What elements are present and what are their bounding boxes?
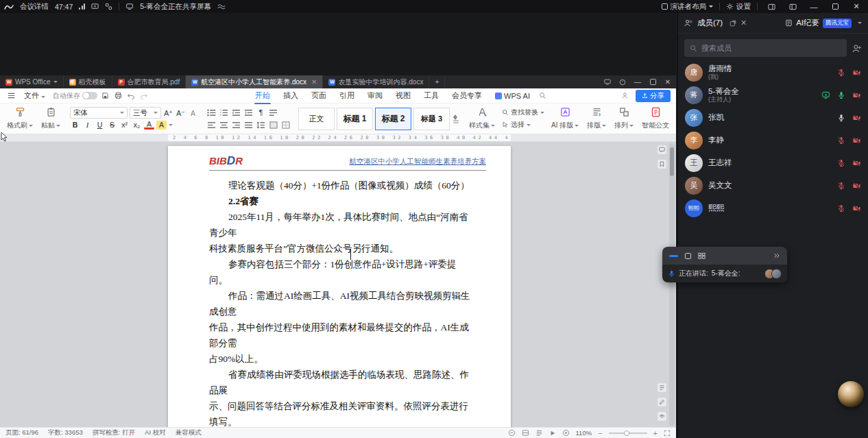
mic-off-icon[interactable]: [837, 182, 845, 190]
style-heading2[interactable]: 标题 2: [375, 108, 411, 130]
style-heading1[interactable]: 标题 1: [337, 108, 373, 130]
spellcheck-status[interactable]: 拼写检查: 打开: [93, 428, 135, 437]
more-font-options-icon[interactable]: [169, 124, 173, 126]
menu-wps-ai[interactable]: WPS AI: [490, 90, 535, 101]
vertical-scrollbar[interactable]: [669, 143, 675, 426]
collapse-widget-icon[interactable]: [773, 252, 780, 259]
pen-tool-icon[interactable]: [657, 397, 667, 407]
ai-typeset-button[interactable]: AI 排版: [547, 105, 583, 132]
play-view-icon[interactable]: [549, 430, 556, 437]
close-tab-icon[interactable]: ✕: [311, 78, 317, 86]
minimize-widget-icon[interactable]: [669, 255, 678, 257]
justify-icon[interactable]: [243, 119, 254, 130]
eye-tool-icon[interactable]: [657, 411, 667, 422]
document-page[interactable]: BIBDR 航空港区中小学人工智能师生素养培养方案 理论客观题（40分）+1份作…: [168, 146, 511, 427]
zoom-in-button[interactable]: +: [653, 429, 658, 437]
close-button[interactable]: ✕: [849, 0, 864, 13]
tab-docer-templates[interactable]: 稻 稻壳模板: [64, 75, 112, 88]
toc-tool-icon[interactable]: [657, 382, 667, 393]
decrease-font-icon[interactable]: A⁻: [176, 108, 186, 119]
member-row[interactable]: 李 李静: [678, 129, 868, 151]
collapse-panel-icon[interactable]: [858, 22, 862, 24]
view-mode-2-icon[interactable]: [522, 429, 529, 437]
paragraph-mark-icon[interactable]: ¶: [256, 107, 266, 118]
select-button[interactable]: 选择: [502, 120, 544, 130]
new-tab-button[interactable]: +: [429, 75, 445, 88]
autosave-toggle[interactable]: [82, 92, 97, 99]
bullet-list-icon[interactable]: [206, 107, 217, 118]
line-spacing-icon[interactable]: [256, 119, 266, 130]
wps-maximize-button[interactable]: [646, 75, 660, 88]
menu-reference[interactable]: 引用: [334, 89, 360, 102]
hamburger-icon[interactable]: [5, 90, 16, 101]
increase-font-icon[interactable]: A⁺: [163, 108, 173, 119]
menu-page[interactable]: 页面: [306, 89, 332, 102]
settings-button[interactable]: 设置: [726, 2, 751, 12]
undo-icon[interactable]: [125, 90, 136, 101]
tab-document-2[interactable]: W 农垦实验中学培训内容.docx: [323, 75, 429, 88]
redo-icon[interactable]: [138, 90, 149, 101]
mic-off-icon[interactable]: [837, 136, 845, 145]
camera-off-icon[interactable]: [852, 204, 861, 212]
numbered-list-icon[interactable]: [219, 107, 229, 118]
maximize-button[interactable]: [828, 0, 843, 13]
typeset-button[interactable]: 排版: [583, 105, 610, 132]
paste-button[interactable]: 粘贴: [37, 105, 64, 132]
minimize-button[interactable]: —: [806, 0, 821, 13]
tab-active-document[interactable]: W 航空港区中小学人工智能素养.docx ✕: [186, 75, 323, 88]
font-color-button[interactable]: A: [144, 121, 154, 130]
panel-toggle-icon[interactable]: [764, 0, 779, 13]
share-screen-icon[interactable]: [91, 3, 99, 10]
indent-icon[interactable]: [243, 107, 254, 118]
outdent-icon[interactable]: [231, 107, 241, 118]
member-row[interactable]: 蒋 5-蒋会全(主持人): [678, 84, 868, 106]
camera-off-icon[interactable]: [852, 114, 861, 122]
search-icon[interactable]: [538, 90, 548, 101]
window-view-icon[interactable]: [685, 253, 691, 259]
ai-notes-tab[interactable]: AI纪要: [796, 18, 819, 28]
skin-icon[interactable]: [616, 75, 629, 88]
zoom-level[interactable]: 110%: [576, 429, 592, 437]
member-row[interactable]: 张 张凯: [678, 106, 868, 129]
font-name-select[interactable]: 宋体: [70, 107, 128, 119]
member-row[interactable]: 熙熙 熙熙: [678, 197, 868, 219]
style-normal[interactable]: 正文: [298, 108, 335, 130]
collaborator-icon[interactable]: [619, 90, 630, 101]
align-left-icon[interactable]: [206, 119, 217, 130]
mic-off-icon[interactable]: [837, 204, 845, 212]
zoom-slider-knob[interactable]: [624, 430, 629, 436]
comment-tool-icon[interactable]: [657, 145, 667, 155]
camera-off-icon[interactable]: [852, 182, 861, 190]
search-members-input[interactable]: [701, 44, 841, 52]
font-size-select[interactable]: 三号: [130, 107, 161, 119]
wps-close-button[interactable]: ✕: [661, 75, 675, 88]
zoom-slider[interactable]: [609, 433, 647, 434]
clear-format-icon[interactable]: A: [188, 108, 198, 119]
align-right-icon[interactable]: [231, 119, 241, 130]
style-set-button[interactable]: 样式集: [465, 105, 499, 132]
mic-on-icon[interactable]: [837, 91, 845, 99]
network-icon[interactable]: [105, 3, 112, 10]
yuanbao-assistant-sphere[interactable]: [838, 381, 864, 407]
scrollbar-thumb[interactable]: [670, 147, 674, 176]
wps-minimize-button[interactable]: —: [631, 75, 644, 88]
fit-page-icon[interactable]: [562, 429, 570, 437]
menu-view[interactable]: 视图: [390, 89, 416, 102]
grid-view-icon[interactable]: [698, 252, 706, 259]
view-mode-3-icon[interactable]: [535, 429, 543, 437]
search-box[interactable]: [684, 39, 847, 57]
sidebar-toggle-icon[interactable]: [785, 0, 800, 13]
menu-home[interactable]: 开始: [250, 89, 276, 102]
ai-proof-status[interactable]: AI 校对: [145, 428, 166, 437]
meeting-details-button[interactable]: 会议详情: [20, 2, 49, 12]
tab-wps-home[interactable]: W WPS Office: [0, 75, 64, 88]
share-button[interactable]: 分享: [636, 90, 671, 102]
border-icon[interactable]: [280, 119, 291, 130]
mic-off-icon[interactable]: [837, 159, 845, 167]
camera-off-icon[interactable]: [852, 159, 861, 167]
highlight-button[interactable]: A: [156, 121, 167, 130]
print-icon[interactable]: [112, 90, 123, 101]
subscript-button[interactable]: x₂: [132, 119, 142, 130]
layout-selector[interactable]: 演讲者布局: [662, 2, 714, 12]
camera-off-icon[interactable]: [852, 136, 861, 145]
